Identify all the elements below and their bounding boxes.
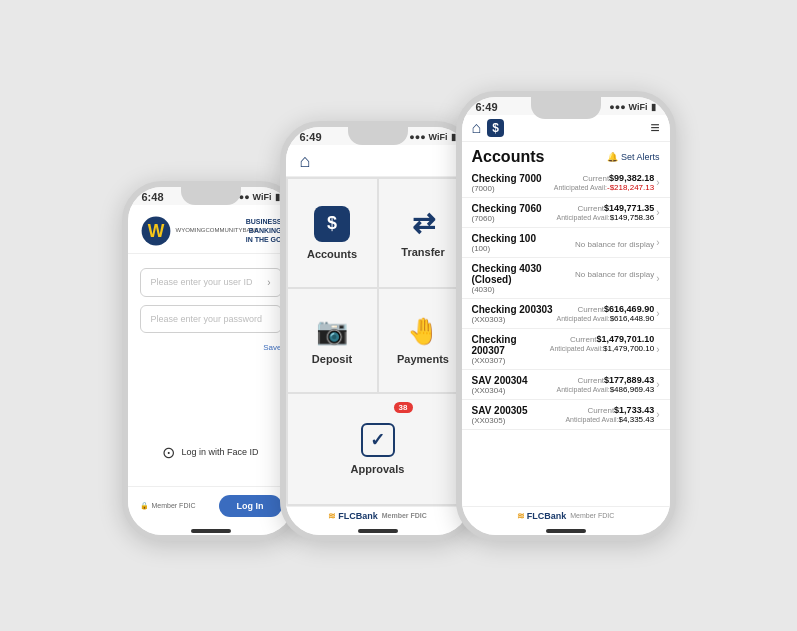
menu-item-accounts[interactable]: $ Accounts bbox=[288, 179, 377, 287]
accounts-label: Accounts bbox=[307, 248, 357, 260]
menu-item-approvals[interactable]: 38 ✓ Approvals bbox=[288, 394, 468, 504]
account-row-200304[interactable]: SAV 200304 (XX0304) Current$177,889.43 A… bbox=[462, 370, 670, 400]
payments-label: Payments bbox=[397, 353, 449, 365]
accounts-title: Accounts bbox=[472, 148, 545, 166]
chevron-100: › bbox=[656, 237, 659, 248]
time-1: 6:48 bbox=[142, 191, 164, 203]
time-3: 6:49 bbox=[476, 101, 498, 113]
password-input[interactable]: Please enter your password bbox=[140, 305, 282, 333]
nav-menu-icon[interactable]: ≡ bbox=[650, 119, 659, 137]
account-row-7060[interactable]: Checking 7060 (7060) Current$149,771.35 … bbox=[462, 198, 670, 228]
account-row-7000[interactable]: Checking 7000 (7000) Current$99,382.18 A… bbox=[462, 168, 670, 198]
notch-1 bbox=[181, 187, 241, 205]
bank-tagline: BUSINESS BANKING IN THE GO bbox=[246, 217, 282, 244]
transfer-icon: ⇄ bbox=[412, 207, 435, 240]
account-row-4030[interactable]: Checking 4030 (Closed) (4030) No balance… bbox=[462, 258, 670, 299]
account-row-200305[interactable]: SAV 200305 (XX0305) Current$1,733.43 Ant… bbox=[462, 400, 670, 430]
phone-home: 6:49 ●●● WiFi ▮ ⌂ $ Accounts ⇄ Transf bbox=[280, 121, 476, 541]
w-logo-icon: W bbox=[140, 215, 172, 247]
home-screen: ⌂ $ Accounts ⇄ Transfer 📷 Deposit bbox=[286, 145, 470, 535]
accounts-nav: ⌂ $ ≡ bbox=[462, 115, 670, 142]
bank-logo: W WYOMINGCOMMUNITYBANK bbox=[140, 215, 236, 247]
nav-accounts-icon[interactable]: $ bbox=[487, 119, 504, 137]
chevron-7000: › bbox=[656, 177, 659, 188]
save-option: Save bbox=[140, 343, 282, 352]
chevron-4030: › bbox=[656, 273, 659, 284]
menu-item-deposit[interactable]: 📷 Deposit bbox=[288, 289, 377, 392]
fdic-3: Member FDIC bbox=[570, 512, 614, 519]
notch-3 bbox=[531, 97, 601, 119]
notch-2 bbox=[348, 127, 408, 145]
nav-icons-left: ⌂ $ bbox=[472, 119, 504, 137]
account-row-200303[interactable]: Checking 200303 (XX0303) Current$616,469… bbox=[462, 299, 670, 329]
accounts-screen: ⌂ $ ≡ Accounts 🔔 Set Alerts Checking 700… bbox=[462, 115, 670, 535]
menu-grid: $ Accounts ⇄ Transfer 📷 Deposit 🤚 Paymen… bbox=[286, 177, 470, 506]
face-id-icon: ⊙ bbox=[162, 443, 175, 462]
accounts-icon: $ bbox=[314, 206, 350, 242]
phone-accounts: 6:49 ●●● WiFi ▮ ⌂ $ ≡ Accounts 🔔 Set Ale… bbox=[456, 91, 676, 541]
fdic-badge: 🔒 Member FDIC bbox=[140, 502, 196, 510]
nav-home-icon[interactable]: ⌂ bbox=[472, 119, 482, 137]
home-indicator-3 bbox=[462, 525, 670, 535]
chevron-200305: › bbox=[656, 409, 659, 420]
set-alerts-button[interactable]: 🔔 Set Alerts bbox=[607, 152, 660, 162]
bank-header: W WYOMINGCOMMUNITYBANK BUSINESS BANKING … bbox=[128, 205, 294, 254]
approvals-icon: ✓ bbox=[361, 423, 395, 457]
username-input[interactable]: Please enter your user ID › bbox=[140, 268, 282, 297]
chevron-7060: › bbox=[656, 207, 659, 218]
time-2: 6:49 bbox=[300, 131, 322, 143]
home-indicator-2 bbox=[286, 525, 470, 535]
fdic-2: Member FDIC bbox=[382, 512, 427, 519]
accounts-list: Checking 7000 (7000) Current$99,382.18 A… bbox=[462, 168, 670, 506]
phone2-footer: ≋ FLCBank Member FDIC bbox=[286, 506, 470, 525]
approvals-badge: 38 bbox=[394, 402, 413, 413]
login-form: Please enter your user ID › Please enter… bbox=[128, 254, 294, 486]
menu-item-transfer[interactable]: ⇄ Transfer bbox=[379, 179, 468, 287]
chevron-200307: › bbox=[656, 344, 659, 355]
face-id-section: ⊙ Log in with Face ID bbox=[140, 433, 282, 472]
login-button[interactable]: Log In bbox=[219, 495, 282, 517]
chevron-200304: › bbox=[656, 379, 659, 390]
approvals-label: Approvals bbox=[351, 463, 405, 475]
status-icons-3: ●●● WiFi ▮ bbox=[609, 102, 655, 112]
deposit-label: Deposit bbox=[312, 353, 352, 365]
phone3-footer: ≋ FLCBank Member FDIC bbox=[462, 506, 670, 525]
flcbank-logo-2: ≋ FLCBank bbox=[328, 511, 378, 521]
phone-login: 6:48 ●●● WiFi ▮ W WYOMINGCOMMUNITYBANK B… bbox=[122, 181, 300, 541]
status-icons-2: ●●● WiFi ▮ bbox=[409, 132, 455, 142]
account-row-200307[interactable]: Checking 200307 (XX0307) Current$1,479,7… bbox=[462, 329, 670, 370]
bank-name: WYOMINGCOMMUNITYBANK bbox=[176, 227, 236, 234]
chevron-200303: › bbox=[656, 308, 659, 319]
flcbank-logo-3: ≋ FLCBank bbox=[517, 511, 567, 521]
home-nav-icon[interactable]: ⌂ bbox=[300, 151, 311, 171]
svg-text:W: W bbox=[147, 220, 164, 240]
accounts-header: Accounts 🔔 Set Alerts bbox=[462, 142, 670, 168]
menu-item-payments[interactable]: 🤚 Payments bbox=[379, 289, 468, 392]
face-id-button[interactable]: Log in with Face ID bbox=[181, 447, 258, 457]
account-row-100[interactable]: Checking 100 (100) No balance for displa… bbox=[462, 228, 670, 258]
scene: 6:48 ●●● WiFi ▮ W WYOMINGCOMMUNITYBANK B… bbox=[112, 71, 686, 561]
payments-icon: 🤚 bbox=[407, 316, 439, 347]
home-indicator-1 bbox=[128, 525, 294, 535]
transfer-label: Transfer bbox=[401, 246, 444, 258]
deposit-icon: 📷 bbox=[316, 316, 348, 347]
home-nav: ⌂ bbox=[286, 145, 470, 177]
login-screen: W WYOMINGCOMMUNITYBANK BUSINESS BANKING … bbox=[128, 205, 294, 535]
login-footer: 🔒 Member FDIC Log In bbox=[128, 486, 294, 525]
